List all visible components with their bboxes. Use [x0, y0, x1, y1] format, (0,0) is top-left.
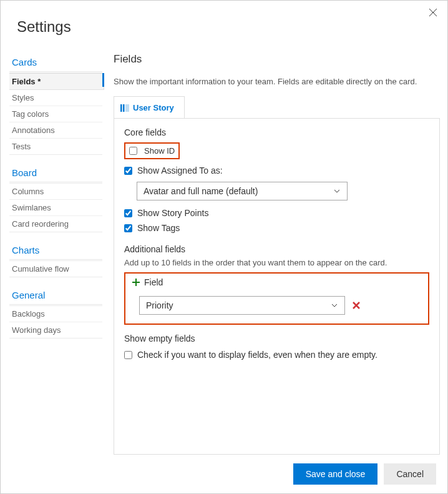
tab-user-story[interactable]: User Story [114, 96, 185, 119]
sidebar-item-card-reordering[interactable]: Card reordering [9, 216, 102, 232]
remove-field-button[interactable] [351, 300, 361, 310]
sidebar-item-tests[interactable]: Tests [9, 139, 102, 154]
show-story-points-checkbox[interactable] [124, 209, 132, 217]
sidebar-item-styles[interactable]: Styles [9, 90, 102, 106]
show-empty-label: Check if you want to display fields, eve… [137, 350, 377, 360]
show-story-points-label: Show Story Points [137, 208, 208, 218]
additional-fields-description: Add up to 10 fields in the order that yo… [124, 258, 429, 267]
add-field-label: Field [144, 277, 163, 287]
sidebar-section-cards: Cards [9, 53, 102, 72]
additional-field-select[interactable]: Priority [139, 296, 345, 315]
settings-dialog: Settings Cards Fields * Styles Tag color… [0, 0, 448, 494]
sidebar-item-fields[interactable]: Fields * [9, 73, 104, 90]
show-tags-label: Show Tags [137, 223, 180, 233]
panel-description: Show the important information to your t… [114, 77, 440, 86]
close-button[interactable] [429, 8, 439, 18]
plus-icon [132, 278, 140, 287]
show-tags-checkbox[interactable] [124, 224, 132, 232]
show-assigned-label: Show Assigned To as: [137, 165, 223, 175]
sidebar: Cards Fields * Styles Tag colors Annotat… [1, 53, 102, 493]
assigned-to-select[interactable]: Avatar and full name (default) [137, 182, 348, 200]
sidebar-item-backlogs[interactable]: Backlogs [9, 306, 102, 322]
svg-rect-1 [123, 104, 125, 112]
show-assigned-checkbox[interactable] [124, 167, 132, 175]
additional-field-highlight: Field Priority [124, 272, 429, 325]
close-icon [429, 8, 437, 17]
chevron-down-icon [333, 187, 341, 195]
sidebar-item-tag-colors[interactable]: Tag colors [9, 106, 102, 122]
svg-rect-0 [120, 104, 122, 112]
show-id-label: Show ID [144, 146, 175, 156]
sidebar-item-columns[interactable]: Columns [9, 184, 102, 200]
save-and-close-button[interactable]: Save and close [293, 463, 378, 485]
sidebar-section-general: General [9, 286, 102, 305]
content-panel: Fields Show the important information to… [102, 53, 447, 455]
cancel-button[interactable]: Cancel [384, 463, 436, 485]
show-id-highlight: Show ID [124, 142, 180, 159]
sidebar-section-charts: Charts [9, 241, 102, 260]
dialog-footer: Save and close Cancel [102, 455, 447, 493]
sidebar-item-swimlanes[interactable]: Swimlanes [9, 200, 102, 216]
chevron-down-icon [331, 302, 338, 309]
add-field-button[interactable]: Field [132, 277, 422, 287]
panel-heading: Fields [114, 53, 440, 66]
sidebar-section-board: Board [9, 164, 102, 182]
assigned-to-value: Avatar and full name (default) [144, 186, 258, 196]
sidebar-item-annotations[interactable]: Annotations [9, 122, 102, 139]
sidebar-item-cumulative-flow[interactable]: Cumulative flow [9, 261, 102, 277]
tab-label: User Story [133, 103, 174, 112]
selected-indicator [102, 73, 104, 87]
core-fields-heading: Core fields [124, 127, 429, 137]
svg-rect-2 [125, 104, 129, 112]
sidebar-item-working-days[interactable]: Working days [9, 322, 102, 338]
additional-field-value: Priority [146, 300, 173, 310]
show-empty-checkbox[interactable] [124, 351, 132, 359]
empty-fields-heading: Show empty fields [124, 333, 429, 343]
dialog-title: Settings [17, 18, 447, 36]
show-id-checkbox[interactable] [129, 147, 137, 155]
user-story-icon [120, 104, 129, 112]
additional-fields-heading: Additional fields [124, 244, 429, 254]
